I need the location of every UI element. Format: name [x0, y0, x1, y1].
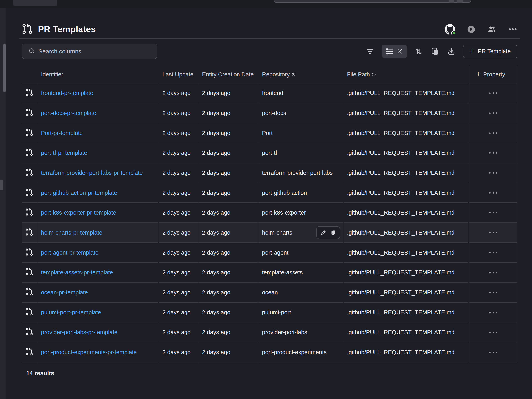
table-row[interactable]: terraform-provider-port-labs-pr-template… — [22, 163, 517, 183]
table-row[interactable]: port-github-action-pr-template 2 days ag… — [22, 183, 517, 203]
add-property-button[interactable]: +Property — [469, 66, 517, 83]
entity-creation-date-cell: 2 days ago — [198, 143, 258, 163]
info-icon[interactable] — [292, 71, 296, 78]
edit-icon[interactable] — [320, 230, 326, 235]
row-hover-actions — [317, 226, 340, 239]
identifier-link[interactable]: Port-pr-template — [41, 130, 83, 136]
row-more-options-icon[interactable] — [489, 172, 497, 174]
entity-creation-date-cell: 2 days ago — [198, 303, 258, 323]
identifier-link[interactable]: port-product-experiments-pr-template — [41, 349, 137, 355]
entity-creation-date-cell: 2 days ago — [198, 103, 258, 123]
row-more-options-icon[interactable] — [489, 352, 497, 353]
identifier-link[interactable]: terraform-provider-port-labs-pr-template — [41, 170, 143, 176]
identifier-link[interactable]: port-agent-pr-template — [41, 249, 99, 256]
table-row[interactable]: port-docs-pr-template 2 days ago 2 days … — [22, 103, 517, 123]
column-header-repository[interactable]: Repository — [259, 66, 343, 83]
search-box[interactable] — [22, 44, 157, 59]
address-bar-icon[interactable] — [457, 0, 463, 3]
identifier-cell: provider-port-labs-pr-template — [38, 323, 158, 342]
entity-creation-date-cell: 2 days ago — [198, 323, 258, 342]
property-cell — [469, 103, 517, 123]
identifier-link[interactable]: port-docs-pr-template — [41, 110, 96, 116]
property-cell — [469, 263, 517, 283]
table-row[interactable]: ocean-pr-template 2 days ago 2 days ago … — [22, 283, 517, 303]
main-panel: PR Templates — [6, 8, 532, 399]
page-title: PR Templates — [38, 24, 96, 34]
row-icon-cell — [22, 103, 37, 123]
table-header-row: Identifier Last Update Entity Creation D… — [22, 66, 517, 83]
file-path-cell: .github/PULL_REQUEST_TEMPLATE.md — [343, 123, 468, 143]
pull-request-icon — [25, 108, 33, 118]
address-bar[interactable] — [274, 0, 471, 3]
row-more-options-icon[interactable] — [489, 212, 497, 214]
file-path-cell: .github/PULL_REQUEST_TEMPLATE.md — [343, 303, 468, 323]
column-header-file-path[interactable]: File Path — [343, 66, 468, 83]
sort-icon[interactable] — [414, 47, 423, 56]
column-header-entity-creation-date[interactable]: Entity Creation Date — [198, 66, 258, 83]
row-icon-cell — [22, 303, 37, 323]
list-view-icon[interactable] — [385, 47, 394, 56]
pull-request-icon — [25, 328, 33, 337]
scrollbar-thumb[interactable] — [3, 44, 6, 92]
identifier-link[interactable]: template-assets-pr-template — [41, 269, 113, 276]
identifier-link[interactable]: frontend-pr-template — [41, 90, 94, 96]
row-more-options-icon[interactable] — [489, 232, 497, 233]
browser-tab[interactable] — [13, 0, 57, 6]
github-icon[interactable] — [444, 24, 455, 35]
row-more-options-icon[interactable] — [489, 292, 497, 293]
row-more-options-icon[interactable] — [489, 132, 497, 134]
row-more-options-icon[interactable] — [489, 192, 497, 194]
row-more-options-icon[interactable] — [489, 272, 497, 273]
table-row[interactable]: port-product-experiments-pr-template 2 d… — [22, 342, 517, 362]
identifier-link[interactable]: provider-port-labs-pr-template — [41, 329, 118, 336]
identifier-link[interactable]: port-k8s-exporter-pr-template — [41, 209, 116, 216]
pull-request-icon — [25, 128, 33, 138]
table-row[interactable]: port-k8s-exporter-pr-template 2 days ago… — [22, 203, 517, 223]
column-header-last-update[interactable]: Last Update — [159, 66, 198, 83]
identifier-link[interactable]: helm-charts-pr-template — [41, 229, 102, 236]
row-more-options-icon[interactable] — [489, 112, 497, 114]
run-icon[interactable] — [467, 25, 475, 33]
identifier-cell: port-k8s-exporter-pr-template — [38, 203, 158, 223]
last-update-cell: 2 days ago — [159, 83, 198, 103]
table-row[interactable]: Port-pr-template 2 days ago 2 days ago P… — [22, 123, 517, 143]
info-icon[interactable] — [372, 71, 376, 78]
identifier-link[interactable]: port-github-action-pr-template — [41, 190, 117, 196]
more-options-icon[interactable] — [508, 25, 518, 34]
row-more-options-icon[interactable] — [489, 252, 497, 253]
file-path-cell: .github/PULL_REQUEST_TEMPLATE.md — [343, 342, 468, 362]
row-more-options-icon[interactable] — [489, 93, 497, 94]
table-row[interactable]: port-tf-pr-template 2 days ago 2 days ag… — [22, 143, 517, 163]
row-more-options-icon[interactable] — [489, 312, 497, 313]
filter-icon[interactable] — [365, 47, 375, 56]
copy-icon[interactable] — [430, 47, 440, 56]
clear-icon[interactable] — [396, 47, 404, 56]
table-row[interactable]: frontend-pr-template 2 days ago 2 days a… — [22, 83, 517, 103]
sidebar-collapsed-handle[interactable] — [0, 180, 3, 190]
address-bar-icon[interactable] — [449, 0, 454, 3]
file-path-cell: .github/PULL_REQUEST_TEMPLATE.md — [343, 163, 468, 183]
repository-cell: port-docs — [259, 103, 343, 123]
repository-cell: helm-charts — [259, 223, 343, 243]
users-icon[interactable] — [487, 25, 496, 34]
table-row[interactable]: pulumi-port-pr-template 2 days ago 2 day… — [22, 303, 517, 323]
identifier-link[interactable]: ocean-pr-template — [41, 289, 88, 296]
identifier-link[interactable]: port-tf-pr-template — [41, 150, 87, 156]
table-row[interactable]: template-assets-pr-template 2 days ago 2… — [22, 263, 517, 283]
table-row[interactable]: helm-charts-pr-template 2 days ago 2 day… — [22, 223, 517, 243]
copy-icon[interactable] — [330, 230, 336, 235]
group-by-control — [382, 45, 407, 58]
table-row[interactable]: port-agent-pr-template 2 days ago 2 days… — [22, 243, 517, 263]
row-more-options-icon[interactable] — [489, 152, 497, 154]
table-row[interactable]: provider-port-labs-pr-template 2 days ag… — [22, 323, 517, 342]
identifier-cell: template-assets-pr-template — [38, 263, 158, 283]
search-input[interactable] — [38, 48, 153, 55]
add-pr-template-button[interactable]: + PR Template — [463, 45, 518, 58]
row-more-options-icon[interactable] — [489, 332, 497, 333]
pull-request-icon — [25, 228, 33, 237]
entity-creation-date-cell: 2 days ago — [198, 183, 258, 203]
identifier-link[interactable]: pulumi-port-pr-template — [41, 309, 101, 316]
download-icon[interactable] — [447, 47, 456, 56]
file-path-cell: .github/PULL_REQUEST_TEMPLATE.md — [343, 203, 468, 223]
column-header-identifier[interactable]: Identifier — [38, 66, 158, 83]
